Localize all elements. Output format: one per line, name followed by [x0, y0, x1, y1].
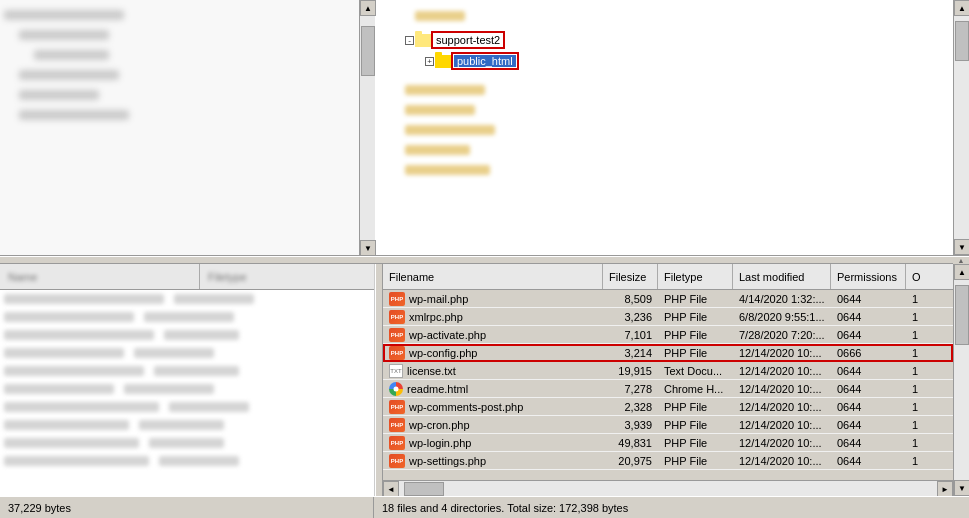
v-scroll-down-btn[interactable]: ▼	[954, 480, 969, 496]
col-other-header[interactable]: O	[906, 264, 936, 289]
file-cell-name: readme.html	[383, 382, 603, 396]
file-cell-modified: 4/14/2020 1:32:...	[733, 293, 831, 305]
file-cell-perms: 0644	[831, 455, 906, 467]
file-cell-type: PHP File	[658, 347, 733, 359]
col-filename-header[interactable]: Filename	[383, 264, 603, 289]
table-row[interactable]: PHP wp-mail.php 8,509 PHP File 4/14/2020…	[383, 290, 953, 308]
file-cell-name: PHP wp-settings.php	[383, 454, 603, 468]
file-cell-other: 1	[906, 437, 936, 449]
file-rows-container: PHP wp-mail.php 8,509 PHP File 4/14/2020…	[383, 290, 953, 470]
file-cell-perms: 0644	[831, 383, 906, 395]
list-item	[0, 416, 374, 434]
php-icon: PHP	[389, 310, 405, 324]
file-cell-other: 1	[906, 347, 936, 359]
file-cell-name: PHP wp-config.php	[383, 346, 603, 360]
list-item	[0, 452, 374, 470]
table-row[interactable]: readme.html 7,278 Chrome H... 12/14/2020…	[383, 380, 953, 398]
col-filetype-header[interactable]: Filetype	[658, 264, 733, 289]
public-html-node[interactable]: + public_html	[405, 51, 943, 71]
file-cell-modified: 12/14/2020 10:...	[733, 347, 831, 359]
file-cell-modified: 12/14/2020 10:...	[733, 365, 831, 377]
file-cell-type: PHP File	[658, 455, 733, 467]
php-icon: PHP	[389, 436, 405, 450]
table-row[interactable]: PHP wp-settings.php 20,975 PHP File 12/1…	[383, 452, 953, 470]
list-item	[0, 344, 374, 362]
file-cell-modified: 12/14/2020 10:...	[733, 419, 831, 431]
right-tree-scrollbar[interactable]: ▲ ▼	[953, 0, 969, 255]
table-row[interactable]: PHP xmlrpc.php 3,236 PHP File 6/8/2020 9…	[383, 308, 953, 326]
col-filesize-header[interactable]: Filesize	[603, 264, 658, 289]
file-cell-size: 3,236	[603, 311, 658, 323]
list-item	[0, 434, 374, 452]
file-cell-name: TXT license.txt	[383, 364, 603, 378]
horizontal-splitter[interactable]: ▲	[0, 256, 969, 264]
file-cell-modified: 12/14/2020 10:...	[733, 437, 831, 449]
folder-icon-closed	[435, 55, 451, 68]
table-row[interactable]: PHP wp-comments-post.php 2,328 PHP File …	[383, 398, 953, 416]
file-cell-perms: 0644	[831, 329, 906, 341]
list-item	[0, 326, 374, 344]
v-scroll-thumb[interactable]	[955, 285, 969, 345]
file-cell-size: 7,101	[603, 329, 658, 341]
file-cell-size: 2,328	[603, 401, 658, 413]
folder-icon-open	[415, 34, 431, 47]
status-right: 18 files and 4 directories. Total size: …	[374, 497, 969, 518]
file-cell-perms: 0666	[831, 347, 906, 359]
file-cell-name: PHP wp-mail.php	[383, 292, 603, 306]
right-tree-content: - support-test2 + public_html	[375, 0, 953, 255]
left-tree-content	[0, 0, 374, 255]
right-tree-pane: - support-test2 + public_html	[375, 0, 969, 255]
txt-icon: TXT	[389, 364, 403, 378]
file-list-body[interactable]: PHP wp-mail.php 8,509 PHP File 4/14/2020…	[383, 290, 953, 480]
col-permissions-header[interactable]: Permissions	[831, 264, 906, 289]
file-cell-type: Chrome H...	[658, 383, 733, 395]
file-cell-type: PHP File	[658, 293, 733, 305]
php-icon: PHP	[389, 328, 405, 342]
bottom-section: Name Filetype	[0, 264, 969, 496]
file-cell-other: 1	[906, 329, 936, 341]
table-row[interactable]: TXT license.txt 19,915 Text Docu... 12/1…	[383, 362, 953, 380]
table-row[interactable]: PHP wp-login.php 49,831 PHP File 12/14/2…	[383, 434, 953, 452]
h-scroll-thumb[interactable]	[404, 482, 444, 496]
v-scroll-up-btn[interactable]: ▲	[954, 264, 969, 280]
file-cell-type: Text Docu...	[658, 365, 733, 377]
h-scroll-left-btn[interactable]: ◄	[383, 481, 399, 496]
file-cell-name: PHP xmlrpc.php	[383, 310, 603, 324]
h-scroll-right-btn[interactable]: ►	[937, 481, 953, 496]
right-bottom-scrollbar[interactable]: ▲ ▼	[953, 264, 969, 496]
table-row[interactable]: PHP wp-cron.php 3,939 PHP File 12/14/202…	[383, 416, 953, 434]
file-cell-size: 19,915	[603, 365, 658, 377]
list-item	[0, 308, 374, 326]
h-scrollbar[interactable]: ◄ ►	[383, 480, 953, 496]
file-cell-perms: 0644	[831, 419, 906, 431]
expand-plus[interactable]: +	[425, 57, 434, 66]
support-test2-node[interactable]: - support-test2	[405, 30, 943, 50]
col-lastmod-header[interactable]: Last modified	[733, 264, 831, 289]
file-cell-size: 49,831	[603, 437, 658, 449]
file-cell-type: PHP File	[658, 401, 733, 413]
file-cell-perms: 0644	[831, 401, 906, 413]
splitter-arrow[interactable]: ▲	[953, 257, 969, 264]
file-cell-size: 3,939	[603, 419, 658, 431]
table-row[interactable]: PHP wp-config.php 3,214 PHP File 12/14/2…	[383, 344, 953, 362]
table-row[interactable]: PHP wp-activate.php 7,101 PHP File 7/28/…	[383, 326, 953, 344]
scroll-up-btn[interactable]: ▲	[954, 0, 969, 16]
file-cell-other: 1	[906, 383, 936, 395]
h-scroll-track[interactable]	[399, 481, 937, 496]
file-cell-name: PHP wp-comments-post.php	[383, 400, 603, 414]
php-icon: PHP	[389, 400, 405, 414]
list-item	[0, 362, 374, 380]
status-bar: 37,229 bytes 18 files and 4 directories.…	[0, 496, 969, 518]
file-cell-type: PHP File	[658, 419, 733, 431]
expand-minus[interactable]: -	[405, 36, 414, 45]
left-col-date: Filetype	[200, 264, 255, 289]
file-cell-name: PHP wp-activate.php	[383, 328, 603, 342]
file-cell-size: 7,278	[603, 383, 658, 395]
file-cell-name: PHP wp-cron.php	[383, 418, 603, 432]
file-cell-modified: 12/14/2020 10:...	[733, 383, 831, 395]
vertical-splitter[interactable]	[375, 264, 383, 496]
tree-highlighted-section[interactable]: - support-test2 + public_html	[385, 30, 943, 71]
support-test2-label: support-test2	[434, 34, 502, 46]
scroll-down-btn[interactable]: ▼	[954, 239, 969, 255]
file-cell-type: PHP File	[658, 329, 733, 341]
